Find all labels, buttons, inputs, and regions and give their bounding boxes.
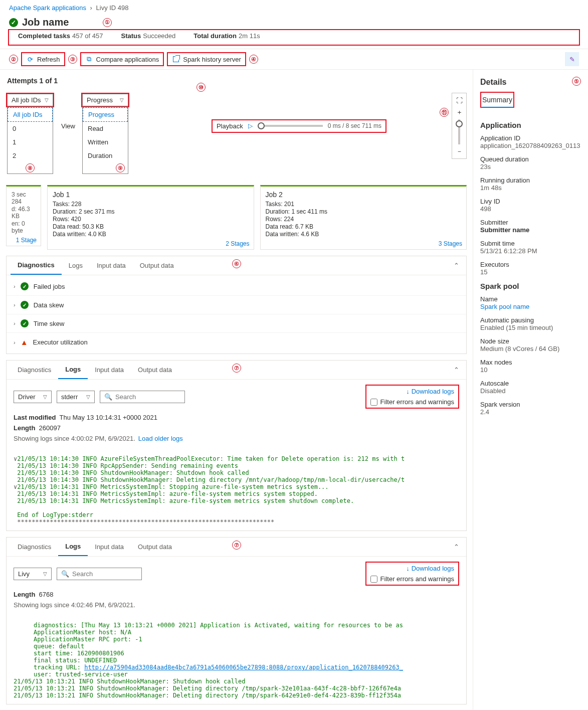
- tab-logs[interactable]: Logs: [62, 257, 90, 274]
- detail-item: SubmitterSubmitter name: [480, 219, 581, 234]
- filter-errors-checkbox[interactable]: Filter errors and warnings: [370, 575, 454, 583]
- callout-2: ②: [9, 55, 18, 64]
- jobids-option[interactable]: 2: [8, 149, 53, 162]
- logs-panel-livy: Diagnostics Logs Input data Output data …: [6, 537, 467, 704]
- detail-item: Queued duration23s: [480, 155, 581, 170]
- chevron-down-icon: ▽: [120, 97, 124, 103]
- collapse-button[interactable]: ⌃: [451, 259, 462, 272]
- callout-8: ⑧: [26, 163, 35, 172]
- callout-11: ⑪: [440, 108, 449, 117]
- jobids-option[interactable]: All job IDs: [8, 107, 53, 122]
- ok-icon: ✓: [21, 282, 29, 290]
- callout-1: ①: [103, 18, 112, 27]
- tab-output-data[interactable]: Output data: [133, 257, 181, 274]
- view-option[interactable]: Written: [83, 135, 128, 149]
- detail-item: Submit time5/13/21 6:12:28 PM: [480, 240, 581, 255]
- chevron-right-icon: ›: [14, 283, 16, 289]
- download-icon: ↓: [406, 388, 410, 395]
- jobids-option[interactable]: 0: [8, 122, 53, 135]
- tab-diagnostics[interactable]: Diagnostics: [11, 538, 58, 556]
- collapse-button[interactable]: ⌃: [451, 540, 462, 554]
- chevron-right-icon: ›: [14, 320, 16, 326]
- tab-input-data[interactable]: Input data: [88, 361, 131, 379]
- callout-6: ⑥: [232, 259, 241, 268]
- stage-link[interactable]: 3 Stages: [439, 240, 462, 247]
- diag-row-time-skew[interactable]: › ✓ Time skew: [7, 314, 466, 332]
- zoom-fit-button[interactable]: ⛶: [454, 95, 464, 105]
- chevron-right-icon: ›: [14, 339, 16, 345]
- job-card[interactable]: Job 2 Tasks: 201 Duration: 1 sec 411 ms …: [260, 185, 467, 250]
- breadcrumb-current: Livy ID 498: [96, 4, 129, 12]
- detail-item: Executors15: [480, 261, 581, 276]
- filter-errors-checkbox[interactable]: Filter errors and warnings: [370, 398, 454, 406]
- jobids-option[interactable]: 1: [8, 135, 53, 149]
- detail-item: Running duration1m 48s: [480, 176, 581, 192]
- play-icon[interactable]: ▷: [248, 122, 253, 129]
- details-header: Details: [480, 78, 581, 87]
- callout-5: ⑤: [572, 77, 581, 86]
- stage-link[interactable]: 1 Stage: [16, 237, 37, 244]
- breadcrumb-root[interactable]: Apache Spark applications: [9, 4, 86, 12]
- callout-4: ④: [249, 55, 258, 64]
- zoom-slider[interactable]: [458, 119, 460, 144]
- diag-row-executor-util[interactable]: › ▲ Executor utilization: [7, 332, 466, 351]
- callout-10: ⑩: [197, 83, 206, 92]
- spark-history-button[interactable]: Spark history server: [167, 52, 246, 66]
- spark-pool-link[interactable]: Spark pool name: [480, 303, 529, 310]
- tab-output-data[interactable]: Output data: [131, 538, 179, 556]
- open-external-icon: [172, 55, 180, 63]
- view-dropdown[interactable]: Progress▽: [82, 94, 128, 106]
- playback-slider[interactable]: [258, 125, 323, 127]
- tab-input-data[interactable]: Input data: [88, 538, 131, 556]
- view-option[interactable]: Read: [83, 122, 128, 135]
- toolbar: ② ⟳ Refresh ③ ⧉ Compare applications Spa…: [0, 49, 588, 70]
- zoom-in-button[interactable]: ＋: [454, 107, 464, 117]
- collapse-button[interactable]: ⌃: [451, 363, 462, 377]
- log-output: ∨21/05/13 10:14:30 INFO AzureFileSystemT…: [7, 445, 466, 530]
- jobids-dropdown[interactable]: All job IDs▽: [7, 94, 53, 106]
- log-stream-dropdown[interactable]: stderr▽: [57, 391, 95, 403]
- view-dropdown-list: Progress Read Written Duration ⑨: [82, 107, 128, 174]
- page-title: Job name: [22, 17, 69, 28]
- detail-item: Automatic pausingEnabled (15 min timeout…: [480, 316, 581, 331]
- log-search[interactable]: 🔍: [100, 391, 185, 403]
- detail-item: Node sizeMedium (8 vCores / 64 GB): [480, 337, 581, 352]
- chevron-right-icon: ›: [14, 302, 16, 308]
- log-source-dropdown[interactable]: Driver▽: [14, 391, 52, 403]
- diagnostics-panel: Diagnostics Logs Input data Output data …: [6, 256, 467, 354]
- diag-row-data-skew[interactable]: › ✓ Data skew: [7, 295, 466, 314]
- details-tab-summary[interactable]: Summary: [480, 92, 514, 108]
- ok-icon: ✓: [21, 301, 29, 309]
- tab-logs[interactable]: Logs: [58, 361, 88, 379]
- edit-button[interactable]: ✎: [565, 52, 579, 66]
- details-pane: Details ⑤ Summary Application Applicatio…: [473, 70, 588, 710]
- log-search-input[interactable]: [72, 570, 132, 578]
- load-older-logs-link[interactable]: Load older logs: [138, 435, 183, 442]
- diag-row-failed-jobs[interactable]: › ✓ Failed jobs: [7, 277, 466, 295]
- job-card[interactable]: Job 1 Tasks: 228 Duration: 2 sec 371 ms …: [47, 185, 254, 250]
- refresh-button[interactable]: ⟳ Refresh: [21, 52, 65, 66]
- log-search-input[interactable]: [115, 393, 175, 401]
- log-search[interactable]: 🔍: [57, 568, 142, 580]
- callout-9: ⑨: [116, 163, 125, 172]
- view-option[interactable]: Progress: [83, 107, 128, 122]
- search-icon: 🔍: [104, 393, 112, 401]
- stage-link[interactable]: 2 Stages: [226, 240, 249, 247]
- job-card[interactable]: 3 sec 284 d: 46.3 KB en: 0 byte 1 Stage: [6, 185, 41, 246]
- zoom-out-button[interactable]: －: [454, 146, 464, 156]
- logs-panel-driver: Diagnostics Logs Input data Output data …: [6, 360, 467, 531]
- tab-output-data[interactable]: Output data: [131, 361, 179, 379]
- tab-diagnostics[interactable]: Diagnostics: [11, 361, 58, 379]
- download-logs-button[interactable]: ↓ Download logs: [406, 565, 454, 572]
- tab-input-data[interactable]: Input data: [90, 257, 133, 274]
- compare-button[interactable]: ⧉ Compare applications: [80, 52, 164, 66]
- tab-logs[interactable]: Logs: [58, 538, 88, 556]
- playback-label: Playback: [217, 122, 243, 130]
- jobids-dropdown-list: All job IDs 0 1 2 ⑧: [7, 107, 53, 174]
- log-source-dropdown[interactable]: Livy▽: [14, 568, 52, 580]
- tab-diagnostics[interactable]: Diagnostics: [11, 256, 62, 275]
- view-label: View: [61, 122, 75, 130]
- section-spark-pool: Spark pool: [480, 282, 581, 290]
- download-logs-button[interactable]: ↓ Download logs: [406, 388, 454, 395]
- view-option[interactable]: Duration: [83, 149, 128, 162]
